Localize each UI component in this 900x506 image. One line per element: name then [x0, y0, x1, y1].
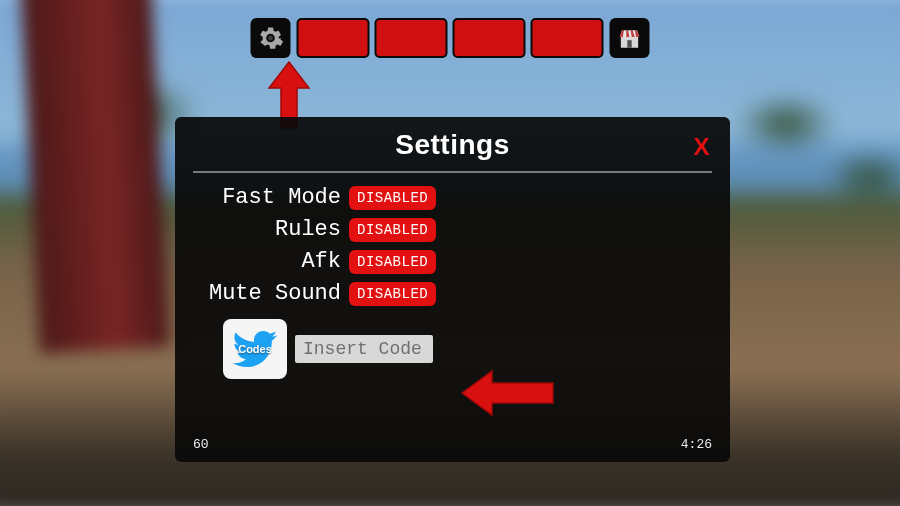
settings-modal: Settings X Fast Mode DISABLED Rules DISA… — [175, 117, 730, 462]
shop-button[interactable] — [610, 18, 650, 58]
settings-list: Fast Mode DISABLED Rules DISABLED Afk DI… — [191, 185, 714, 379]
footer-clock: 4:26 — [681, 437, 712, 452]
gear-icon — [258, 25, 284, 51]
toggle-mute-sound[interactable]: DISABLED — [349, 282, 436, 306]
modal-footer: 60 4:26 — [191, 437, 714, 454]
hotbar — [297, 18, 604, 58]
setting-row-fast-mode: Fast Mode DISABLED — [193, 185, 714, 210]
top-hud — [251, 18, 650, 58]
modal-header: Settings X — [191, 127, 714, 171]
setting-label: Rules — [193, 217, 349, 242]
setting-label: Afk — [193, 249, 349, 274]
toggle-fast-mode[interactable]: DISABLED — [349, 186, 436, 210]
codes-button-label: Codes — [238, 343, 272, 355]
settings-button[interactable] — [251, 18, 291, 58]
svg-rect-2 — [627, 40, 631, 48]
hotbar-slot[interactable] — [297, 18, 370, 58]
hotbar-slot[interactable] — [375, 18, 448, 58]
toggle-afk[interactable]: DISABLED — [349, 250, 436, 274]
codes-button[interactable]: Codes — [223, 319, 287, 379]
setting-row-mute-sound: Mute Sound DISABLED — [193, 281, 714, 306]
annotation-arrow-left — [460, 366, 555, 420]
setting-row-rules: Rules DISABLED — [193, 217, 714, 242]
code-input[interactable] — [295, 335, 433, 363]
setting-label: Mute Sound — [193, 281, 349, 306]
toggle-rules[interactable]: DISABLED — [349, 218, 436, 242]
setting-label: Fast Mode — [193, 185, 349, 210]
background-pillar — [20, 0, 170, 353]
setting-row-afk: Afk DISABLED — [193, 249, 714, 274]
divider — [193, 171, 712, 173]
shop-icon — [617, 25, 643, 51]
svg-point-0 — [268, 36, 273, 41]
footer-fps: 60 — [193, 437, 209, 452]
modal-title: Settings — [395, 129, 509, 160]
hotbar-slot[interactable] — [531, 18, 604, 58]
hotbar-slot[interactable] — [453, 18, 526, 58]
close-button[interactable]: X — [693, 133, 710, 161]
codes-row: Codes — [193, 319, 714, 379]
